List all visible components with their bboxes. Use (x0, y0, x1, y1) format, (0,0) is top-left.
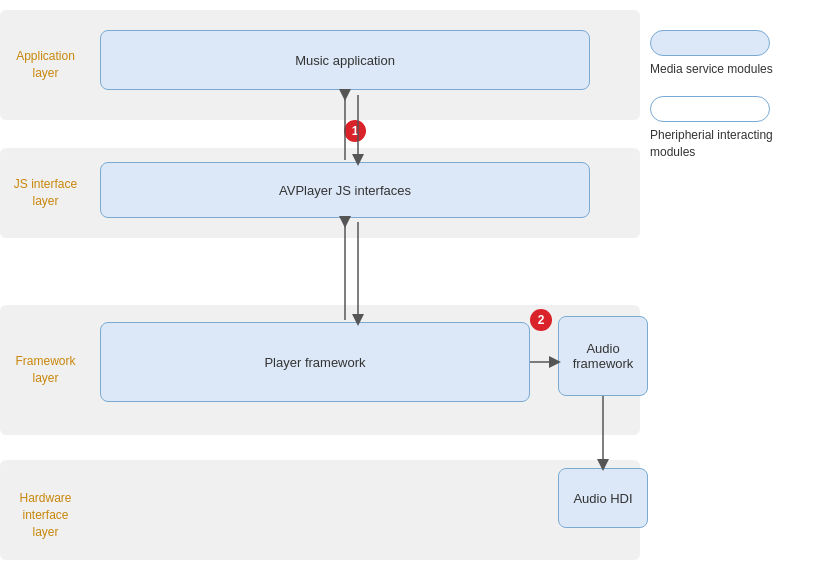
step-2-circle: 2 (530, 309, 552, 331)
step-2-label: 2 (538, 313, 545, 327)
audio-framework-box: Audio framework (558, 316, 648, 396)
player-framework-label: Player framework (264, 355, 365, 370)
legend-media-label: Media service modules (650, 61, 780, 78)
hardware-layer-band: Hardware interface layer (0, 460, 640, 560)
audio-framework-label: Audio framework (573, 341, 634, 371)
legend-area: Media service modules Pheripherial inter… (650, 30, 827, 178)
application-layer-label: Application layer (8, 48, 83, 82)
legend-peripheral: Pheripherial interacting modules (650, 96, 827, 161)
music-application-label: Music application (295, 53, 395, 68)
audio-hdi-label: Audio HDI (573, 491, 632, 506)
diagram-area: Application layer JS interface layer Fra… (0, 0, 650, 580)
avplayer-js-label: AVPlayer JS interfaces (279, 183, 411, 198)
audio-hdi-box: Audio HDI (558, 468, 648, 528)
framework-layer-label: Framework layer (8, 353, 83, 387)
player-framework-box: Player framework (100, 322, 530, 402)
step-1-label: 1 (352, 124, 359, 138)
js-layer-label: JS interface layer (8, 176, 83, 210)
legend-peripheral-label: Pheripherial interacting modules (650, 127, 780, 161)
hardware-layer-label: Hardware interface layer (8, 490, 83, 540)
step-1-circle: 1 (344, 120, 366, 142)
music-application-box: Music application (100, 30, 590, 90)
legend-peripheral-box (650, 96, 770, 122)
avplayer-js-box: AVPlayer JS interfaces (100, 162, 590, 218)
legend-media-service: Media service modules (650, 30, 827, 78)
legend-media-box (650, 30, 770, 56)
